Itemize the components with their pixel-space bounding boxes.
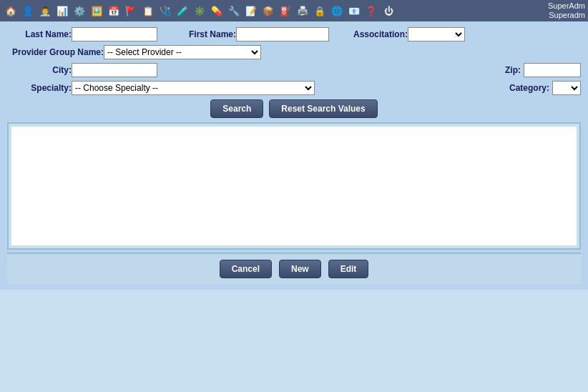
results-content [11,127,577,245]
pill-icon[interactable]: 💊 [209,3,225,19]
flag-icon[interactable]: 🚩 [123,3,139,19]
results-panel [7,122,581,250]
bottom-bar: Cancel New Edit [7,253,581,284]
row-specialty-category: Specialty: -- Choose Specialty -- Catego… [7,81,581,95]
last-name-input[interactable] [72,27,157,41]
fuel-icon[interactable]: ⛽ [278,3,293,19]
specialty-label: Specialty: [7,83,72,93]
user-icon[interactable]: 👤 [20,3,36,19]
row-provider-group: Provider Group Name: -- Select Provider … [7,45,581,59]
email-icon[interactable]: 📧 [346,3,362,19]
first-name-label: First Name: [179,29,236,39]
row-lastname-firstname: Last Name: First Name: Associtation: Opt… [7,27,581,41]
asterisk-icon[interactable]: ✳️ [192,3,207,19]
edit-button[interactable]: Edit [328,260,369,278]
wrench-icon[interactable]: 🔧 [226,3,242,19]
doctor-icon[interactable]: 👨‍⚕️ [37,3,53,19]
provider-group-select[interactable]: -- Select Provider -- [104,45,261,59]
help-icon[interactable]: ❓ [363,3,379,19]
category-label: Category: [503,83,549,93]
category-select[interactable] [552,81,581,95]
last-name-label: Last Name: [7,29,72,39]
main-content: Last Name: First Name: Associtation: Opt… [0,21,588,290]
search-button[interactable]: Search [210,99,263,118]
specialty-select[interactable]: -- Choose Specialty -- [72,81,315,95]
search-panel: Last Name: First Name: Associtation: Opt… [7,27,581,118]
settings-icon[interactable]: ⚙️ [72,3,87,19]
city-input[interactable] [72,63,157,77]
package-icon[interactable]: 📦 [260,3,276,19]
association-select[interactable]: Option1 [408,27,465,41]
cancel-button[interactable]: Cancel [220,260,272,278]
zip-label: Zip: [499,65,521,75]
calendar-icon[interactable]: 📅 [106,3,122,19]
user-role: Superadm [549,11,585,20]
new-button[interactable]: New [279,260,321,278]
lab-icon[interactable]: 🧪 [175,3,190,19]
reset-button[interactable]: Reset Search Values [269,99,377,118]
globe-icon[interactable]: 🌐 [329,3,345,19]
search-button-row: Search Reset Search Values [7,99,581,118]
power-icon[interactable]: ⏻ [381,3,396,19]
home-icon[interactable]: 🏠 [3,3,19,19]
association-label: Associtation: [343,29,408,39]
lock-icon[interactable]: 🔒 [312,3,328,19]
image-icon[interactable]: 🖼️ [89,3,104,19]
username: SuperAdm [548,1,585,11]
row-city-zip: City: Zip: [7,63,581,77]
clipboard-icon[interactable]: 📋 [140,3,156,19]
city-label: City: [7,65,72,75]
print-icon[interactable]: 🖨️ [295,3,310,19]
notes-icon[interactable]: 📝 [243,3,259,19]
medical-icon[interactable]: 🩺 [157,3,173,19]
zip-input[interactable] [524,63,581,77]
toolbar: 🏠 👤 👨‍⚕️ 📊 ⚙️ 🖼️ 📅 🚩 📋 🩺 🧪 ✳️ 💊 🔧 📝 📦 ⛽ … [0,0,588,21]
first-name-input[interactable] [236,27,329,41]
chart-icon[interactable]: 📊 [54,3,70,19]
provider-group-label: Provider Group Name: [7,47,104,57]
user-info: SuperAdm Superadm [548,1,585,20]
